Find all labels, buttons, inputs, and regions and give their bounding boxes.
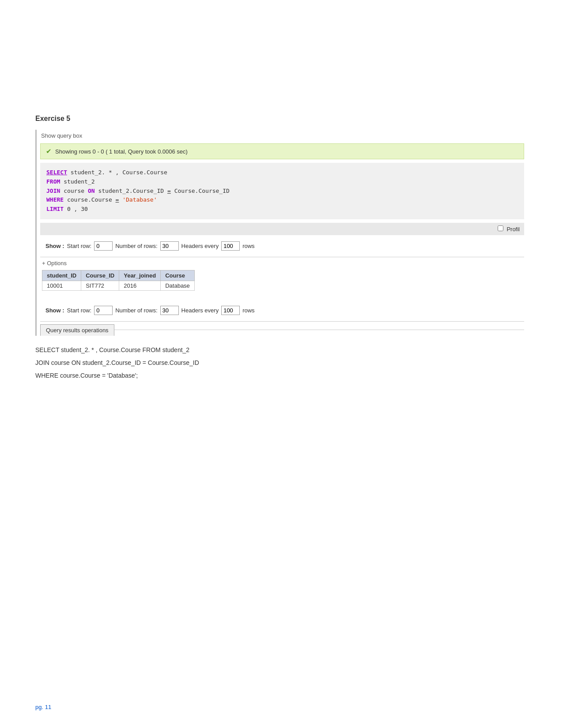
num-rows-label-bottom: Number of rows: — [115, 307, 157, 314]
col-course-id: Course_ID — [81, 270, 119, 281]
results-table: student_ID Course_ID Year_joined Course … — [42, 270, 195, 291]
sql-code-block: SELECT student_2. * , Course.Course FROM… — [40, 163, 524, 219]
kw-select: SELECT — [46, 169, 67, 176]
exercise-title: Exercise 5 — [35, 115, 528, 123]
plain-sql-line1: SELECT student_2. * , Course.Course FROM… — [35, 345, 528, 356]
sql-join-condition2: Course.Course_ID — [174, 188, 230, 194]
start-row-label: Start row: — [67, 243, 92, 249]
cell-course: Database — [161, 281, 195, 290]
query-results-ops-bar: Query results operations — [40, 321, 524, 336]
kw-on: ON — [88, 188, 95, 194]
kw-where: WHERE — [46, 196, 64, 203]
success-message: Showing rows 0 - 0 ( 1 total, Query took… — [55, 148, 188, 155]
kw-eq: = — [167, 188, 171, 194]
page-number: pg. 11 — [35, 704, 51, 710]
num-rows-label: Number of rows: — [115, 243, 157, 249]
cell-year-joined: 2016 — [119, 281, 161, 290]
headers-every-label-bottom: Headers every — [181, 307, 219, 314]
show-row-top: Show : Start row: Number of rows: Header… — [40, 238, 524, 254]
sql-select-fields: student_2. * , Course.Course — [71, 169, 167, 176]
profil-checkbox[interactable] — [498, 225, 503, 231]
sql-line-5: LIMIT 0 , 30 — [46, 205, 518, 214]
show-label-bottom: Show : — [45, 307, 64, 314]
profil-row: Profil — [40, 223, 524, 235]
sql-string-val: 'Database' — [122, 196, 157, 203]
show-query-box-label: Show query box — [41, 132, 82, 139]
sql-limit-val: 0 , 30 — [67, 206, 88, 212]
col-year-joined: Year_joined — [119, 270, 161, 281]
sql-line-4: WHERE course.Course = 'Database' — [46, 195, 518, 205]
rows-label-top: rows — [242, 243, 254, 249]
query-panel: Show query box ✔ Showing rows 0 - 0 ( 1 … — [35, 130, 528, 336]
sql-line-2: FROM student_2 — [46, 177, 518, 187]
table-row: 10001 SIT772 2016 Database — [42, 281, 195, 290]
sql-line-1: SELECT student_2. * , Course.Course — [46, 168, 518, 177]
plain-sql-section: SELECT student_2. * , Course.Course FROM… — [35, 345, 528, 382]
divider-top — [40, 257, 524, 257]
kw-from: FROM — [46, 178, 60, 185]
ops-bar-line — [114, 330, 524, 330]
headers-every-input-bottom[interactable] — [221, 306, 240, 315]
plain-sql-line2: JOIN course ON student_2.Course_ID = Cou… — [35, 357, 528, 368]
col-student-id: student_ID — [42, 270, 81, 281]
sql-line-3: JOIN course ON student_2.Course_ID = Cou… — [46, 187, 518, 196]
show-query-box-link[interactable]: Show query box — [37, 130, 528, 142]
kw-limit: LIMIT — [46, 206, 64, 212]
sql-from-table: student_2 — [64, 178, 94, 185]
headers-every-label: Headers every — [181, 243, 219, 249]
table-header-row: student_ID Course_ID Year_joined Course — [42, 270, 195, 281]
show-row-bottom: Show : Start row: Number of rows: Header… — [40, 302, 524, 319]
num-rows-input-bottom[interactable] — [160, 306, 179, 315]
query-results-ops-button[interactable]: Query results operations — [40, 324, 114, 336]
show-label: Show : — [45, 243, 64, 249]
rows-label-bottom: rows — [242, 307, 254, 314]
sql-join-condition: student_2.Course_ID — [98, 188, 167, 194]
sql-join-table: course — [64, 188, 88, 194]
start-row-label-bottom: Start row: — [67, 307, 92, 314]
success-icon: ✔ — [46, 147, 52, 155]
profil-label: Profil — [506, 226, 520, 233]
success-bar: ✔ Showing rows 0 - 0 ( 1 total, Query to… — [40, 143, 524, 159]
options-link[interactable]: + Options — [37, 258, 528, 268]
plain-sql-line3: WHERE course.Course = 'Database'; — [35, 370, 528, 381]
start-row-input-top[interactable] — [94, 241, 113, 251]
options-label: + Options — [42, 260, 67, 266]
kw-join: JOIN — [46, 188, 60, 194]
kw-eq-2: = — [116, 196, 119, 203]
col-course: Course — [161, 270, 195, 281]
start-row-input-bottom[interactable] — [94, 306, 113, 315]
headers-every-input-top[interactable] — [221, 241, 240, 251]
sql-where-condition: course.Course — [67, 196, 116, 203]
num-rows-input-top[interactable] — [160, 241, 179, 251]
cell-course-id: SIT772 — [81, 281, 119, 290]
cell-student-id: 10001 — [42, 281, 81, 290]
